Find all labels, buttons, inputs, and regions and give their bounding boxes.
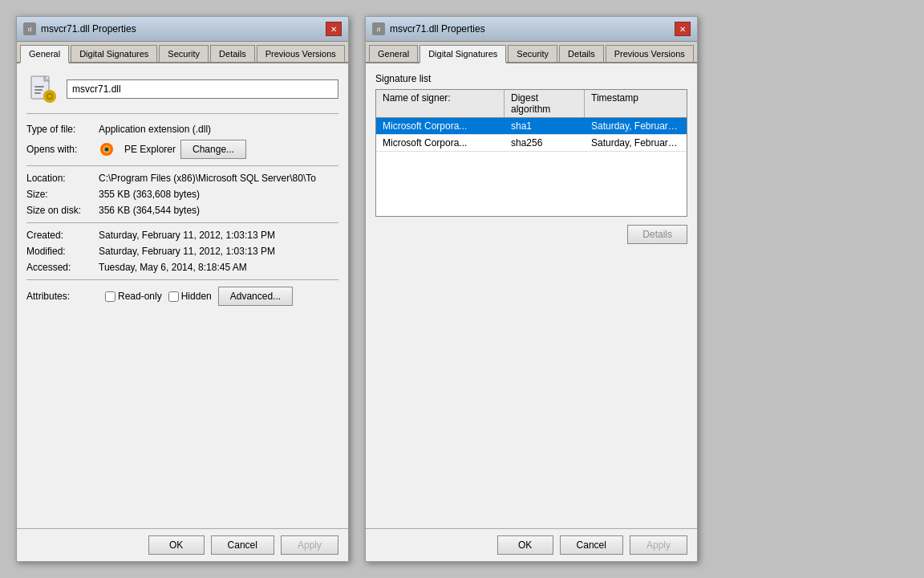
sig-timestamp-1: Saturday, February 11... <box>585 118 687 134</box>
svg-rect-8 <box>34 92 41 94</box>
file-name-input[interactable] <box>67 79 338 99</box>
info-table-2: Location: C:\Program Files (x86)\Microso… <box>26 173 338 216</box>
location-value: C:\Program Files (x86)\Microsoft SQL Ser… <box>99 173 338 184</box>
hidden-label: Hidden <box>181 291 212 302</box>
sig-signer-2: Microsoft Corpora... <box>376 135 505 151</box>
dialog-footer-2: OK Cancel Apply <box>366 528 697 561</box>
svg-point-11 <box>48 95 52 99</box>
accessed-label: Accessed: <box>26 262 99 273</box>
tab-general-1[interactable]: General <box>20 45 69 63</box>
sig-list-header: Name of signer: Digest algorithm Timesta… <box>376 90 687 118</box>
hidden-checkbox-label[interactable]: Hidden <box>168 291 212 302</box>
tab-details-2[interactable]: Details <box>559 45 604 62</box>
modified-value: Saturday, February 11, 2012, 1:03:13 PM <box>99 246 338 257</box>
opens-with-label: Opens with: <box>26 144 99 155</box>
title-buttons-2: ✕ <box>675 22 691 36</box>
sig-row-2[interactable]: Microsoft Corpora... sha256 Saturday, Fe… <box>376 135 687 152</box>
size-on-disk-value: 356 KB (364,544 bytes) <box>99 205 338 216</box>
svg-point-18 <box>105 148 109 152</box>
change-button[interactable]: Change... <box>180 140 246 159</box>
dialog-icon-2: d <box>372 22 385 35</box>
svg-rect-13 <box>49 100 51 103</box>
svg-rect-6 <box>34 86 44 88</box>
col-header-signer: Name of signer: <box>376 90 505 117</box>
file-header <box>26 73 338 114</box>
advanced-button[interactable]: Advanced... <box>218 287 293 306</box>
tab-security-2[interactable]: Security <box>508 45 557 62</box>
svg-rect-15 <box>54 96 56 97</box>
dialog-content-2: Signature list Name of signer: Digest al… <box>366 63 697 528</box>
tabs-bar-1: General Digital Signatures Security Deta… <box>17 42 348 63</box>
sig-timestamp-2: Saturday, February 11... <box>585 135 687 151</box>
title-bar-left-1: d msvcr71.dll Properties <box>23 22 136 35</box>
signature-list-container: Name of signer: Digest algorithm Timesta… <box>375 89 687 217</box>
svg-text:d: d <box>377 26 380 33</box>
info-table-3: Created: Saturday, February 11, 2012, 1:… <box>26 230 338 273</box>
opens-with-row: Opens with: PE Explorer Change... <box>26 140 338 159</box>
size-on-disk-label: Size on disk: <box>26 205 99 216</box>
size-value: 355 KB (363,608 bytes) <box>99 189 338 200</box>
tab-security-1[interactable]: Security <box>159 45 209 62</box>
sig-digest-2: sha256 <box>505 135 585 151</box>
sig-list-empty <box>376 152 687 216</box>
close-button-2[interactable]: ✕ <box>675 22 691 36</box>
apply-button-2[interactable]: Apply <box>630 535 687 555</box>
title-bar-1: d msvcr71.dll Properties ✕ <box>17 17 348 42</box>
size-on-disk-row: Size on disk: 356 KB (364,544 bytes) <box>26 205 338 216</box>
dialog-footer-1: OK Cancel Apply <box>17 528 348 561</box>
apply-button-1[interactable]: Apply <box>281 535 338 555</box>
size-label: Size: <box>26 189 99 200</box>
readonly-label: Read-only <box>118 291 162 302</box>
details-btn-container: Details <box>375 225 687 244</box>
title-bar-2: d msvcr71.dll Properties ✕ <box>366 17 697 42</box>
svg-text:d: d <box>28 26 31 33</box>
svg-rect-7 <box>34 89 43 91</box>
details-button[interactable]: Details <box>627 225 687 244</box>
tab-previous-versions-1[interactable]: Previous Versions <box>257 45 345 62</box>
dialog-content-1: Type of file: Application extension (.dl… <box>17 63 348 528</box>
type-label: Type of file: <box>26 124 99 135</box>
dialog-icon-1: d <box>23 22 36 35</box>
col-header-digest: Digest algorithm <box>505 90 585 117</box>
close-button-1[interactable]: ✕ <box>326 22 342 36</box>
ok-button-1[interactable]: OK <box>148 535 205 555</box>
accessed-value: Tuesday, May 6, 2014, 8:18:45 AM <box>99 262 338 273</box>
col-header-timestamp: Timestamp <box>585 90 687 117</box>
dialog-title-2: msvcr71.dll Properties <box>390 23 485 35</box>
title-bar-left-2: d msvcr71.dll Properties <box>372 22 485 35</box>
location-label: Location: <box>26 173 99 184</box>
tabs-bar-2: General Digital Signatures Security Deta… <box>366 42 697 63</box>
tab-digital-signatures-1[interactable]: Digital Signatures <box>71 45 157 62</box>
file-icon <box>26 73 59 105</box>
tab-general-2[interactable]: General <box>369 45 418 62</box>
opens-with-value: PE Explorer <box>124 144 176 155</box>
ok-button-2[interactable]: OK <box>497 535 553 555</box>
readonly-checkbox-label[interactable]: Read-only <box>105 291 162 302</box>
hidden-checkbox[interactable] <box>168 291 179 302</box>
attributes-row: Attributes: Read-only Hidden Advanced... <box>26 287 338 306</box>
accessed-row: Accessed: Tuesday, May 6, 2014, 8:18:45 … <box>26 262 338 273</box>
cancel-button-2[interactable]: Cancel <box>560 535 623 555</box>
created-row: Created: Saturday, February 11, 2012, 1:… <box>26 230 338 241</box>
dialog-1: d msvcr71.dll Properties ✕ General Digit… <box>16 16 349 562</box>
info-table: Type of file: Application extension (.dl… <box>26 124 338 159</box>
tab-previous-versions-2[interactable]: Previous Versions <box>606 45 694 62</box>
signature-list-label: Signature list <box>375 73 687 84</box>
sig-row-1[interactable]: Microsoft Corpora... sha1 Saturday, Febr… <box>376 118 687 135</box>
dialog-title-1: msvcr71.dll Properties <box>41 23 136 35</box>
svg-rect-14 <box>43 96 46 97</box>
sig-signer-1: Microsoft Corpora... <box>376 118 505 134</box>
location-row: Location: C:\Program Files (x86)\Microso… <box>26 173 338 184</box>
cancel-button-1[interactable]: Cancel <box>211 535 274 555</box>
pe-explorer-icon <box>99 141 115 157</box>
tab-digital-signatures-2[interactable]: Digital Signatures <box>419 45 506 63</box>
readonly-checkbox[interactable] <box>105 291 116 302</box>
svg-rect-12 <box>49 90 51 92</box>
attributes-label: Attributes: <box>26 291 99 302</box>
dialog-2: d msvcr71.dll Properties ✕ General Digit… <box>365 16 698 562</box>
created-value: Saturday, February 11, 2012, 1:03:13 PM <box>99 230 338 241</box>
type-row: Type of file: Application extension (.dl… <box>26 124 338 135</box>
modified-label: Modified: <box>26 246 99 257</box>
tab-details-1[interactable]: Details <box>210 45 255 62</box>
sig-digest-1: sha1 <box>505 118 585 134</box>
